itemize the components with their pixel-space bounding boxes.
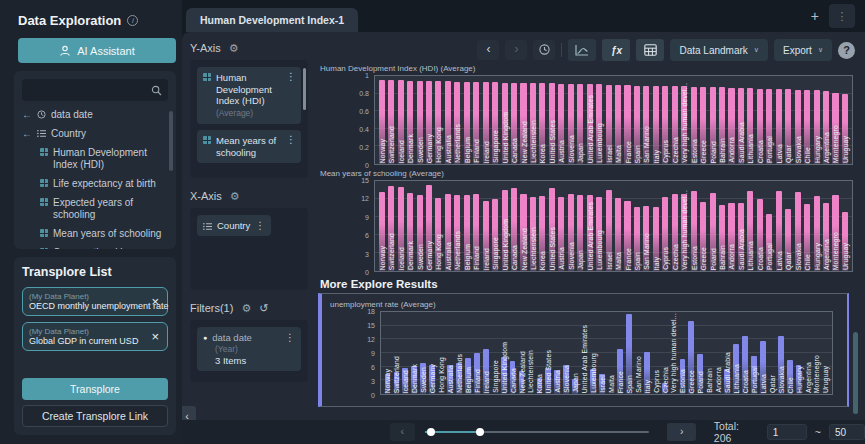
bar-slot[interactable]: Finland bbox=[472, 312, 481, 394]
bar-slot[interactable]: Netherlands bbox=[453, 76, 462, 164]
x-axis-settings-gear-icon[interactable]: ⚙ bbox=[230, 190, 240, 203]
bar-slot[interactable]: Denmark bbox=[405, 76, 414, 164]
bar-slot[interactable]: Israel bbox=[598, 312, 607, 394]
bar-slot[interactable]: United States bbox=[544, 312, 553, 394]
bar-slot[interactable]: Singapore bbox=[490, 312, 499, 394]
bar-slot[interactable]: Israel bbox=[604, 181, 613, 271]
bar-slot[interactable]: New Zealand bbox=[517, 312, 526, 394]
bar-slot[interactable]: Montenegro bbox=[812, 312, 821, 394]
bar-slot[interactable]: United Kingdom bbox=[499, 312, 508, 394]
bar-slot[interactable]: Hungary bbox=[794, 312, 803, 394]
bar-slot[interactable]: Portugal bbox=[765, 76, 774, 164]
bar-slot[interactable]: Ireland bbox=[481, 76, 490, 164]
bar-slot[interactable]: Slovakia bbox=[776, 312, 785, 394]
bar-slot[interactable]: Luxembourg bbox=[594, 76, 603, 164]
bar-slot[interactable]: Italy bbox=[642, 312, 651, 394]
bar-slot[interactable]: Andorra bbox=[727, 181, 736, 271]
export-dropdown[interactable]: Export ∨ bbox=[774, 39, 832, 61]
kebab-menu-icon[interactable]: ⋮ bbox=[285, 333, 295, 343]
kebab-menu-icon[interactable]: ⋮ bbox=[255, 221, 265, 231]
y-axis-scrollbar[interactable] bbox=[303, 68, 306, 110]
bar-slot[interactable]: Switzerland bbox=[386, 181, 395, 271]
bar-slot[interactable]: Germany bbox=[424, 76, 433, 164]
bar-slot[interactable]: Slovakia bbox=[793, 76, 802, 164]
tree-item-gni[interactable]: Gross national income per bbox=[22, 247, 168, 249]
bar-slot[interactable]: Poland bbox=[708, 181, 717, 271]
bar-slot[interactable]: United States bbox=[547, 76, 556, 164]
bar-slot[interactable]: Poland bbox=[708, 76, 717, 164]
bar-slot[interactable]: Croatia bbox=[755, 181, 764, 271]
kebab-menu-icon[interactable]: ⋮ bbox=[286, 135, 296, 158]
bar-slot[interactable]: Argentina bbox=[821, 76, 830, 164]
bar-slot[interactable]: Argentina bbox=[821, 181, 830, 271]
range-to-input[interactable] bbox=[829, 424, 865, 440]
bar-slot[interactable]: Liechtenstein bbox=[526, 312, 535, 394]
tree-scrollbar[interactable] bbox=[169, 111, 173, 171]
bar-slot[interactable]: Estonia bbox=[689, 181, 698, 271]
y-axis-settings-gear-icon[interactable]: ⚙ bbox=[229, 42, 239, 55]
search-input[interactable] bbox=[28, 85, 151, 96]
transplore-item[interactable]: (My Data Planet) Global GDP in current U… bbox=[22, 322, 168, 351]
bar-slot[interactable]: Luxembourg bbox=[594, 181, 603, 271]
undo-back-button[interactable]: ‹ bbox=[477, 40, 499, 60]
bar-slot[interactable]: Singapore bbox=[490, 76, 499, 164]
bar-slot[interactable]: Montenegro bbox=[831, 76, 840, 164]
close-icon[interactable]: × bbox=[149, 329, 161, 344]
bar-slot[interactable]: Belgium bbox=[462, 181, 471, 271]
bar-slot[interactable]: Iceland bbox=[396, 181, 405, 271]
bar-slot[interactable]: United Kingdom bbox=[500, 76, 509, 164]
bar-slot[interactable]: Bahrain bbox=[717, 76, 726, 164]
bar-slot[interactable]: Switzerland bbox=[386, 76, 395, 164]
bar-slot[interactable]: Iceland bbox=[396, 76, 405, 164]
tree-item-life-expectancy[interactable]: Life expectancy at birth bbox=[22, 178, 168, 190]
bar-slot[interactable]: Saudi Arabia bbox=[736, 181, 745, 271]
chart-type-button[interactable] bbox=[568, 39, 596, 61]
bar-slot[interactable]: Germany bbox=[424, 181, 433, 271]
bar-slot[interactable]: Latvia bbox=[758, 312, 767, 394]
vertical-scrollbar[interactable] bbox=[853, 332, 858, 414]
tree-item-mean-schooling[interactable]: Mean years of schooling bbox=[22, 228, 168, 240]
bar-slot[interactable]: Malta bbox=[606, 312, 615, 394]
more-explore-panel[interactable]: unemployment rate (Average) 0369121518 N… bbox=[318, 293, 849, 407]
bar-slot[interactable]: Belgium bbox=[463, 312, 472, 394]
add-tab-button[interactable]: + bbox=[801, 4, 829, 28]
bar-slot[interactable]: Lithuania bbox=[746, 76, 755, 164]
slider-handle-right[interactable] bbox=[476, 428, 484, 436]
bar-slot[interactable]: Chile bbox=[785, 312, 794, 394]
bar-slot[interactable]: France bbox=[623, 181, 632, 271]
bar-slot[interactable]: Greece bbox=[687, 312, 696, 394]
bar-slot[interactable]: Germany bbox=[428, 312, 437, 394]
bar-slot[interactable]: Norway bbox=[383, 312, 392, 394]
bar-slot[interactable]: Iceland bbox=[401, 312, 410, 394]
page-next-button[interactable]: › bbox=[667, 423, 695, 441]
bar-slot[interactable]: Japan bbox=[571, 312, 580, 394]
bar-slot[interactable]: Austria bbox=[557, 181, 566, 271]
bar-slot[interactable]: Korea bbox=[535, 312, 544, 394]
bar-slot[interactable]: United Arab Emirates bbox=[580, 312, 589, 394]
help-button[interactable]: ? bbox=[838, 42, 855, 59]
bar-slot[interactable]: Latvia bbox=[774, 181, 783, 271]
bar-slot[interactable]: Bahrain bbox=[705, 312, 714, 394]
y-axis-field-card[interactable]: Mean years of schooling ⋮ bbox=[197, 130, 301, 163]
bar-slot[interactable]: Cyprus bbox=[651, 312, 660, 394]
bar-slot[interactable]: Netherlands bbox=[453, 181, 462, 271]
bar-slot[interactable]: Latvia bbox=[774, 76, 783, 164]
bar-slot[interactable]: Cyprus bbox=[661, 181, 670, 271]
bar-slot[interactable]: Chile bbox=[802, 76, 811, 164]
bar-slot[interactable]: Hong Kong bbox=[434, 76, 443, 164]
bar-slot[interactable]: Uruguay bbox=[840, 181, 849, 271]
bar-slot[interactable]: Ireland bbox=[481, 181, 490, 271]
kebab-menu-icon[interactable]: ⋮ bbox=[286, 72, 296, 119]
bar-slot[interactable]: Qatar bbox=[783, 76, 792, 164]
bar-slot[interactable]: Hungary bbox=[812, 181, 821, 271]
bar-slot[interactable]: Ireland bbox=[481, 312, 490, 394]
bar-slot[interactable]: Korea bbox=[538, 181, 547, 271]
pull-left-icon[interactable]: ← bbox=[22, 109, 32, 120]
bar-slot[interactable]: Qatar bbox=[783, 181, 792, 271]
bar-slot[interactable]: Slovenia bbox=[566, 181, 575, 271]
bar-slot[interactable]: Belgium bbox=[462, 76, 471, 164]
bar-slot[interactable]: Saudi Arabia bbox=[736, 76, 745, 164]
bar-slot[interactable]: Qatar bbox=[767, 312, 776, 394]
bar-slot[interactable]: Austria bbox=[557, 76, 566, 164]
bar-slot[interactable]: Uruguay bbox=[840, 76, 849, 164]
